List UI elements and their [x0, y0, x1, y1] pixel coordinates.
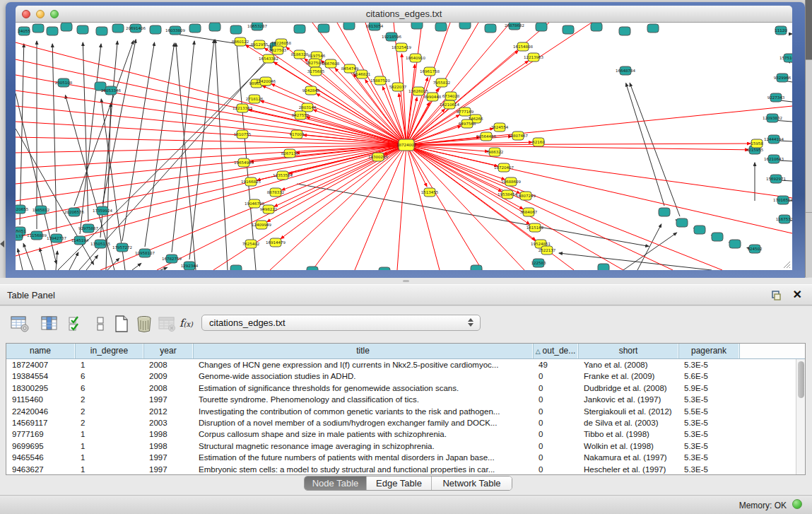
graph-node[interactable]: 1810755	[234, 130, 252, 139]
graph-node[interactable]: 8912955	[251, 40, 269, 49]
graph-node[interactable]: 2620655	[16, 205, 29, 214]
graph-node[interactable]: 62160	[532, 138, 545, 146]
graph-node[interactable]: 18640910	[406, 54, 425, 62]
graph-node[interactable]: 2305108	[55, 78, 73, 87]
graph-node[interactable]: 12213383	[233, 104, 252, 112]
graph-node[interactable]	[729, 240, 741, 248]
graph-node[interactable]: 8878332	[267, 188, 285, 197]
table-scrollbar[interactable]	[796, 359, 805, 474]
panel-splitter[interactable]	[0, 278, 812, 284]
graph-node[interactable]: 10653287	[247, 23, 267, 30]
column-header-name[interactable]: name	[6, 344, 75, 358]
graph-node[interactable]: 17957272	[112, 243, 132, 252]
column-header-pagerank[interactable]: pagerank	[678, 344, 739, 358]
graph-node[interactable]	[659, 208, 670, 216]
graph-node[interactable]	[379, 267, 390, 270]
graph-node[interactable]: 9329966	[774, 74, 792, 82]
table-row[interactable]: 1872400712008Changes of HCN gene express…	[6, 359, 805, 370]
graph-node[interactable]	[61, 23, 72, 31]
graph-node[interactable]	[77, 25, 88, 34]
graph-node[interactable]	[435, 23, 447, 31]
graph-node[interactable]: 7955812	[433, 78, 451, 87]
float-panel-icon[interactable]	[770, 289, 782, 302]
graph-node[interactable]	[591, 23, 602, 31]
show-columns-icon[interactable]	[40, 314, 59, 334]
graph-node[interactable]: 3624554	[491, 123, 509, 132]
graph-node[interactable]	[47, 27, 58, 35]
graph-node[interactable]	[33, 24, 44, 33]
table-mode-icon[interactable]	[10, 314, 30, 334]
table-row[interactable]: 969969511998Structural magnetic resonanc…	[6, 440, 805, 452]
graph-node[interactable]: 26878682	[505, 23, 524, 30]
graph-node[interactable]	[318, 24, 329, 33]
graph-node[interactable]: 10688609	[501, 177, 521, 186]
graph-node[interactable]	[294, 25, 305, 33]
graph-node[interactable]: 8427552	[292, 111, 310, 119]
graph-node[interactable]	[619, 27, 630, 35]
graph-node[interactable]: 7986322	[486, 148, 504, 156]
graph-node[interactable]	[189, 24, 201, 33]
tab-node-table[interactable]: Node Table	[305, 477, 367, 490]
graph-node[interactable]	[563, 25, 574, 34]
table-row[interactable]: 1830029562008Estimation of significance …	[6, 382, 805, 394]
graph-node[interactable]	[209, 23, 220, 31]
graph-node[interactable]: 11120	[775, 26, 787, 35]
graph-node[interactable]	[598, 264, 609, 270]
graph-node[interactable]: 8990448	[424, 93, 442, 101]
graph-node[interactable]: 5822037	[389, 83, 407, 91]
create-column-icon[interactable]	[112, 314, 131, 334]
memory-status-icon[interactable]	[792, 499, 802, 509]
graph-node[interactable]: 8186328	[291, 50, 309, 59]
graph-node[interactable]: 9242848	[302, 86, 320, 95]
column-header-in_degree[interactable]: in_degree	[75, 344, 143, 358]
graph-node[interactable]: 16210643	[764, 155, 784, 163]
collapse-arrow-icon[interactable]	[0, 240, 4, 247]
tab-network-table[interactable]: Network Table	[432, 477, 512, 490]
graph-node[interactable]: 16961758	[420, 67, 440, 76]
graph-node[interactable]	[96, 27, 107, 35]
delete-table-icon[interactable]	[157, 314, 177, 334]
graph-node[interactable]: 15692971	[766, 175, 786, 183]
graph-node[interactable]	[536, 23, 547, 31]
graph-node[interactable]	[307, 267, 318, 270]
graph-node[interactable]	[694, 226, 705, 234]
graph-node[interactable]: 18720407	[494, 163, 514, 172]
table-row[interactable]: 977716911998Corpus callosum shape and si…	[6, 428, 805, 440]
graph-node[interactable]: 20691406	[126, 24, 146, 33]
graph-node[interactable]: 19654985	[234, 158, 254, 167]
tab-edge-table[interactable]: Edge Table	[367, 477, 432, 490]
scrollbar-thumb[interactable]	[798, 361, 804, 398]
graph-node[interactable]: 11156889	[27, 231, 47, 240]
graph-node[interactable]: 15887520	[370, 76, 390, 85]
column-header-short[interactable]: short	[578, 344, 678, 358]
graph-node[interactable]: 12444194	[764, 135, 784, 144]
graph-node[interactable]: 16782759	[162, 255, 182, 263]
column-header-out_degree[interactable]: △out_de...	[533, 344, 578, 358]
graph-node[interactable]	[411, 23, 423, 29]
graph-node[interactable]: 7625402	[242, 240, 260, 248]
graph-node[interactable]	[112, 24, 124, 33]
graph-node[interactable]: 1145194	[71, 236, 89, 245]
graph-node[interactable]: 93133	[16, 232, 23, 240]
graph-node[interactable]: 17359924	[93, 206, 112, 215]
network-canvas[interactable]: 2405520691406160338091065328778572248813…	[16, 23, 792, 270]
graph-node[interactable]: 16033809	[165, 26, 185, 35]
hub-node[interactable]: 18724007	[396, 139, 416, 151]
resize-grip[interactable]	[782, 260, 791, 269]
graph-node[interactable]: 19166825	[241, 177, 261, 186]
close-panel-icon[interactable]: ✕	[793, 288, 802, 302]
column-header-year[interactable]: year	[143, 344, 193, 358]
graph-node[interactable]: 2867608	[322, 59, 340, 68]
select-columns-icon[interactable]	[66, 314, 86, 334]
graph-node[interactable]: 417003	[290, 130, 305, 139]
graph-node[interactable]: 12213963	[524, 53, 543, 62]
graph-node[interactable]: 20564486	[476, 132, 496, 141]
graph-node[interactable]: 3175685	[307, 67, 325, 76]
graph-node[interactable]	[459, 23, 471, 29]
graph-node[interactable]	[230, 25, 242, 34]
graph-node[interactable]: 1513455	[421, 188, 439, 197]
graph-node[interactable]: 12409949	[252, 221, 271, 229]
graph-node[interactable]	[676, 218, 688, 227]
graph-node[interactable]: 17016504	[773, 196, 792, 204]
graph-node[interactable]: 2718126	[246, 95, 264, 103]
